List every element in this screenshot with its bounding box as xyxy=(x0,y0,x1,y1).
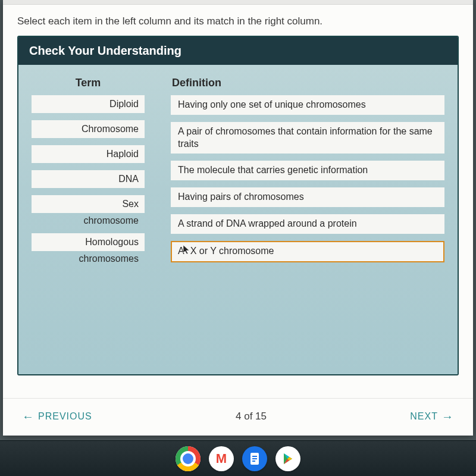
arrow-right-icon: → xyxy=(441,411,454,422)
docs-glyph-icon xyxy=(249,452,261,466)
instruction-text: Select each item in the left column and … xyxy=(3,5,473,36)
panel-body: Term Diploid Chromosome Haploid DNA Sex … xyxy=(18,65,458,374)
play-glyph-icon xyxy=(281,452,295,466)
svg-rect-3 xyxy=(252,461,255,462)
panel-title: Check Your Understanding xyxy=(18,37,458,65)
term-item-homologous-chromosomes-sub: chromosomes xyxy=(32,252,145,264)
gmail-icon[interactable]: M xyxy=(209,446,234,471)
term-item-haploid[interactable]: Haploid xyxy=(32,145,145,163)
definition-item-5-text-rest: X or Y chromosome xyxy=(190,246,274,256)
term-item-dna[interactable]: DNA xyxy=(32,170,145,188)
definition-column-header: Definition xyxy=(171,76,444,95)
definition-item-1[interactable]: A pair of chromosomes that contain infor… xyxy=(171,122,444,154)
term-item-homologous-chromosomes[interactable]: Homologous xyxy=(32,233,145,251)
definition-column: Definition Having only one set of unique… xyxy=(171,76,444,271)
svg-rect-2 xyxy=(252,458,257,459)
definition-item-3[interactable]: Having pairs of chromosomes xyxy=(171,187,444,207)
term-item-sex-chromosome-sub: chromosome xyxy=(32,214,145,226)
previous-label: PREVIOUS xyxy=(38,411,92,422)
next-button[interactable]: NEXT → xyxy=(410,411,454,422)
definition-item-4[interactable]: A strand of DNA wrapped around a protein xyxy=(171,214,444,234)
google-docs-icon[interactable] xyxy=(242,446,267,471)
definition-item-0[interactable]: Having only one set of unique chromosome… xyxy=(171,95,444,115)
matching-columns: Term Diploid Chromosome Haploid DNA Sex … xyxy=(32,76,444,271)
chrome-icon[interactable] xyxy=(176,446,201,471)
definition-item-2[interactable]: The molecule that carries genetic inform… xyxy=(171,161,444,180)
term-item-sex-chromosome[interactable]: Sex xyxy=(32,195,145,213)
nav-bar: ← PREVIOUS 4 of 15 NEXT → xyxy=(3,398,473,436)
definition-item-5[interactable]: AX or Y chromosome xyxy=(171,241,444,262)
app-window: Select each item in the left column and … xyxy=(3,0,473,436)
term-column: Term Diploid Chromosome Haploid DNA Sex … xyxy=(32,76,145,271)
term-column-header: Term xyxy=(32,76,145,95)
previous-button[interactable]: ← PREVIOUS xyxy=(22,411,92,422)
arrow-left-icon: ← xyxy=(22,411,35,422)
svg-rect-1 xyxy=(252,456,257,457)
progress-indicator: 4 of 15 xyxy=(236,411,267,422)
quiz-panel: Check Your Understanding Term Diploid Ch… xyxy=(17,36,459,375)
next-label: NEXT xyxy=(410,411,438,422)
chromeos-shelf: M xyxy=(0,440,476,476)
google-play-icon[interactable] xyxy=(275,446,300,471)
window-top-strip xyxy=(3,0,473,5)
term-item-chromosome[interactable]: Chromosome xyxy=(32,120,145,138)
term-item-diploid[interactable]: Diploid xyxy=(32,95,145,113)
